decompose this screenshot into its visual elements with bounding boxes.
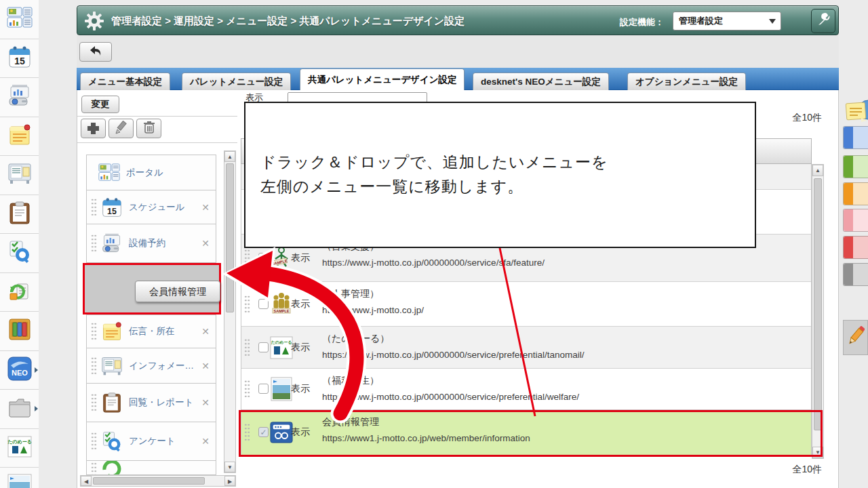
remove-icon[interactable]: ✕ (199, 202, 216, 213)
drag-handle[interactable] (244, 295, 250, 314)
tab-menu-basic[interactable]: メニュー基本設定 (80, 73, 170, 90)
remove-icon[interactable]: ✕ (199, 436, 216, 447)
sidebar-item-document[interactable] (0, 312, 39, 351)
sidebar-item-facility[interactable] (0, 78, 39, 117)
svg-text:SAMPLE: SAMPLE (274, 308, 290, 312)
bookshelf-icon (7, 317, 32, 344)
drag-handle[interactable] (244, 380, 250, 399)
settings-tabbar: メニュー基本設定 パレットメニュー設定 共通パレットメニューデザイン設定 des… (77, 68, 839, 90)
palette-memo-icon[interactable] (845, 99, 868, 127)
tanomeru-logo-icon: たのめーる (270, 336, 293, 360)
welfare-photo-icon (7, 473, 33, 488)
wrench-settings-button[interactable] (811, 9, 835, 33)
sidebar-item-circulation[interactable] (0, 195, 39, 235)
add-menu-button[interactable] (81, 119, 106, 138)
row-checkbox[interactable] (258, 342, 269, 352)
menu-list-item-portal[interactable]: ポータル (86, 155, 216, 190)
remove-icon[interactable]: ✕ (199, 238, 216, 249)
drag-handle[interactable] (91, 432, 97, 451)
infoboard-icon (7, 161, 33, 188)
remove-icon[interactable]: ✕ (199, 397, 216, 408)
palette-swatch-blue[interactable] (843, 126, 868, 149)
menu-list-item-information[interactable]: インフォメー… ✕ (86, 348, 216, 384)
row-checkbox[interactable] (258, 253, 269, 263)
menu-list-scrollbar[interactable]: ▲ ▼ (224, 150, 236, 473)
menu-list-item-partial[interactable] (86, 460, 216, 475)
workflow-icon (7, 279, 32, 306)
drag-handle[interactable] (244, 338, 250, 357)
palette-swatch-gray[interactable] (843, 263, 868, 286)
calendar-icon: 15 (7, 45, 32, 72)
row-checkbox[interactable] (258, 384, 269, 394)
palette-swatch-orange[interactable] (843, 182, 868, 205)
back-button[interactable] (79, 42, 112, 62)
edit-menu-button[interactable] (108, 119, 134, 138)
menu-list-item-circulation[interactable]: 回覧・レポート ✕ (86, 383, 216, 422)
drag-handle[interactable] (91, 393, 97, 412)
palette-swatch-green[interactable] (843, 155, 868, 178)
dragged-menu-button[interactable]: 会員情報管理 (135, 281, 220, 302)
table-row-hr[interactable]: SAMPLE 表示 （人事管理） https://www.j-motto.co.… (241, 282, 811, 327)
sidebar-item-folder[interactable] (0, 390, 39, 429)
sidebar-item-survey[interactable] (0, 234, 39, 273)
app-root: 15 (0, 0, 868, 488)
drag-handle[interactable] (91, 234, 97, 253)
sidebar-item-tanomeru[interactable]: たのめーる (0, 429, 39, 468)
instruction-line1: ドラック＆ドロップで、追加したいメニューを (260, 152, 608, 173)
survey-icon (100, 430, 123, 453)
sidebar-item-welfare[interactable] (0, 468, 39, 488)
tab-common-palette-design[interactable]: 共通パレットメニューデザイン設定 (300, 68, 465, 90)
sidebar-item-workflow[interactable] (0, 273, 39, 312)
function-select[interactable]: 管理者設定 (673, 12, 781, 30)
page-header: 管理者設定 > 運用設定 > メニュー設定 > 共通パレットメニューデザイン設定… (77, 5, 839, 35)
plus-icon (81, 128, 105, 140)
menu-list-item-schedule[interactable]: 15 スケジュール ✕ (86, 190, 216, 224)
total-count-bottom: 全10件 (746, 464, 822, 476)
drop-target-zone[interactable]: 会員情報管理 (83, 263, 221, 314)
tab-option-menu[interactable]: オプションメニュー設定 (627, 73, 746, 90)
remove-icon[interactable]: ✕ (199, 361, 216, 371)
scrollbar-thumb[interactable] (814, 178, 822, 430)
palette-swatch-pink[interactable] (843, 209, 868, 232)
scroll-up-button[interactable]: ▲ (812, 165, 823, 176)
table-row-tanomail[interactable]: たのめーる 表示 （たのめーる） https://www.j-motto.co.… (241, 327, 811, 369)
table-row-welfare[interactable]: 表示 （福利厚生） https://www.j-motto.co.jp/0000… (241, 369, 811, 410)
portal-icon (7, 7, 33, 31)
drag-handle[interactable] (91, 460, 97, 475)
drag-handle[interactable] (91, 357, 97, 375)
sidebar-item-schedule[interactable]: 15 (0, 39, 39, 79)
tab-palette-menu[interactable]: パレットメニュー設定 (182, 73, 291, 90)
drag-handle[interactable] (91, 198, 97, 217)
divider (77, 142, 237, 143)
sidebar-item-message[interactable] (0, 117, 39, 157)
palette-pencil-cell[interactable] (843, 320, 868, 355)
remove-icon[interactable]: ✕ (199, 326, 216, 337)
delete-menu-button[interactable] (136, 119, 161, 138)
sidebar-item-portal[interactable] (0, 0, 39, 39)
memo-icon (7, 123, 32, 150)
scroll-left-button[interactable]: ◀ (81, 476, 92, 486)
svg-text:15: 15 (107, 206, 117, 216)
menu-list-hscrollbar[interactable]: ◀ ▶ (80, 475, 236, 487)
function-select-label: 設定機能： (620, 16, 664, 28)
scroll-right-button[interactable]: ▶ (224, 476, 235, 486)
menu-list-item-message[interactable]: 伝言・所在 ✕ (86, 314, 216, 348)
welfare-photo-icon (270, 377, 293, 401)
total-count-top: 全10件 (746, 112, 822, 124)
sidebar-item-information[interactable] (0, 156, 39, 195)
drag-handle[interactable] (244, 249, 250, 268)
menu-list-item-facility[interactable]: 設備予約 ✕ (86, 224, 216, 263)
scroll-up-button[interactable]: ▲ (224, 151, 235, 162)
change-button[interactable]: 変更 (81, 96, 119, 113)
menu-list-item-survey[interactable]: アンケート ✕ (86, 422, 216, 461)
row-checkbox[interactable] (258, 299, 269, 309)
drag-handle[interactable] (91, 322, 97, 341)
flyout-arrow-icon (35, 367, 38, 373)
scrollbar-thumb[interactable] (93, 477, 205, 485)
pencil-icon (115, 121, 128, 137)
scrollbar-thumb[interactable] (226, 163, 234, 312)
palette-swatch-red[interactable] (843, 236, 868, 259)
tab-desknets-neo-menu[interactable]: desknet's NEOメニュー設定 (473, 73, 609, 90)
scroll-down-button[interactable]: ▼ (224, 462, 235, 472)
sidebar-item-neo[interactable]: NEO (0, 351, 39, 390)
